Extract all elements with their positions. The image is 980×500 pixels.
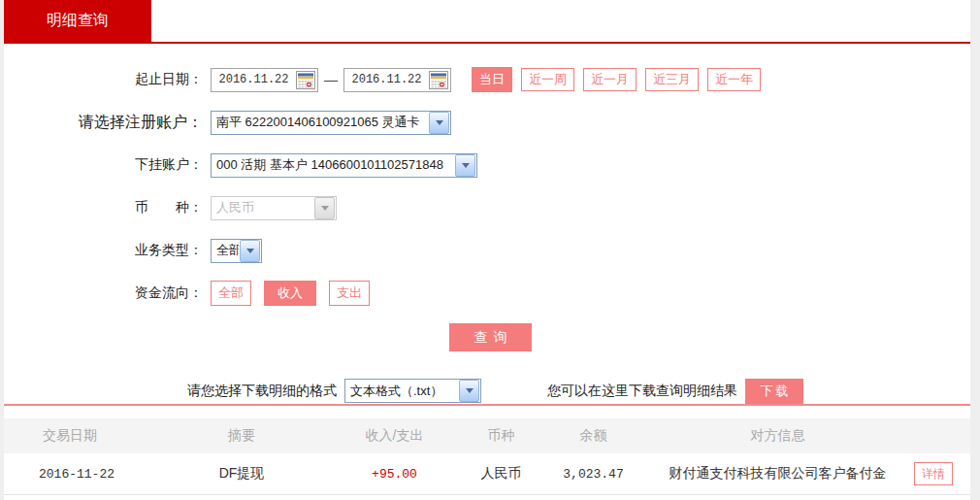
chevron-down-icon xyxy=(240,240,260,262)
fund-flow-row: 资金流向： 全部 收入 支出 xyxy=(4,281,970,306)
fund-flow-label: 资金流向： xyxy=(4,284,203,302)
currency-row: 币 种： 人民币 xyxy=(4,195,970,220)
date-range-row: 起止日期： — xyxy=(4,67,970,92)
register-account-select[interactable]: 南平 6222001406100921065 灵通卡 xyxy=(211,111,451,135)
chevron-down-icon xyxy=(314,197,335,219)
tab-bar: 明细查询 xyxy=(4,0,970,44)
header-currency: 币种 xyxy=(474,427,528,445)
fund-flow-expense-button[interactable]: 支出 xyxy=(329,281,370,306)
calendar-icon[interactable] xyxy=(296,71,315,89)
content-panel: 明细查询 起止日期： — xyxy=(4,0,970,500)
detail-button[interactable]: 详情 xyxy=(914,462,953,485)
query-row: 查询 xyxy=(4,323,970,351)
header-summary: 摘要 xyxy=(169,427,314,445)
cell-currency: 人民币 xyxy=(474,465,528,483)
register-account-label: 请选择注册账户： xyxy=(4,113,203,133)
fund-flow-income-button[interactable]: 收入 xyxy=(264,281,316,306)
date-to-field[interactable] xyxy=(343,68,451,92)
header-balance: 余额 xyxy=(528,427,659,445)
query-form: 起止日期： — xyxy=(4,44,970,404)
sub-account-value: 000 活期 基本户 1406600101102571848 xyxy=(212,156,454,174)
chevron-down-icon xyxy=(459,380,479,402)
sub-account-row: 下挂账户： 000 活期 基本户 1406600101102571848 xyxy=(4,152,970,178)
cell-summary: DF提现 xyxy=(169,465,314,483)
cell-date: 2016-11-22 xyxy=(4,467,169,482)
register-account-row: 请选择注册账户： 南平 6222001406100921065 灵通卡 xyxy=(4,110,970,135)
date-to-input[interactable] xyxy=(344,73,429,86)
download-row: 请您选择下载明细的格式 文本格式（.txt） 您可以在这里下载查询明细结果 下载 xyxy=(4,378,970,404)
cell-balance: 3,023.47 xyxy=(528,467,659,482)
cell-counterparty: 财付通支付科技有限公司客户备付金 xyxy=(659,465,897,483)
download-hint: 您可以在这里下载查询明细结果 xyxy=(547,383,737,400)
currency-select: 人民币 xyxy=(211,196,337,220)
business-type-label: 业务类型： xyxy=(4,242,203,259)
results-table: 交易日期 摘要 收入/支出 币种 余额 对方信息 2016-11-22 DF提现… xyxy=(4,418,970,495)
table-row: 2016-11-22 DF提现 +95.00 人民币 3,023.47 财付通支… xyxy=(4,453,970,495)
chevron-down-icon xyxy=(455,154,475,177)
query-button[interactable]: 查询 xyxy=(449,323,532,351)
chevron-down-icon xyxy=(429,112,449,134)
currency-label: 币 种： xyxy=(4,199,203,217)
business-type-value: 全部 xyxy=(212,242,239,259)
table-header: 交易日期 摘要 收入/支出 币种 余额 对方信息 xyxy=(4,418,970,453)
currency-value: 人民币 xyxy=(212,199,313,217)
business-type-select[interactable]: 全部 xyxy=(211,239,262,263)
header-counterparty: 对方信息 xyxy=(659,427,897,445)
date-separator: — xyxy=(324,72,338,87)
business-type-row: 业务类型： 全部 xyxy=(4,238,970,263)
header-amount: 收入/支出 xyxy=(314,427,474,445)
range-last-week-button[interactable]: 近一周 xyxy=(521,68,574,91)
date-from-input[interactable] xyxy=(212,73,296,86)
range-last-quarter-button[interactable]: 近三月 xyxy=(645,68,699,91)
date-from-field[interactable] xyxy=(211,68,318,92)
sub-account-select[interactable]: 000 活期 基本户 1406600101102571848 xyxy=(211,153,477,178)
download-format-select[interactable]: 文本格式（.txt） xyxy=(344,379,481,403)
range-today-button[interactable]: 当日 xyxy=(472,67,512,92)
download-format-label: 请您选择下载明细的格式 xyxy=(187,383,337,400)
download-format-value: 文本格式（.txt） xyxy=(345,383,458,400)
sub-account-label: 下挂账户： xyxy=(4,156,203,174)
calendar-icon[interactable] xyxy=(429,71,448,89)
divider-line xyxy=(4,404,970,406)
tab-detail-query[interactable]: 明细查询 xyxy=(4,0,151,42)
cell-amount: +95.00 xyxy=(314,467,474,482)
header-date: 交易日期 xyxy=(4,427,169,445)
range-last-year-button[interactable]: 近一年 xyxy=(707,68,761,91)
download-button[interactable]: 下载 xyxy=(745,379,803,404)
range-last-month-button[interactable]: 近一月 xyxy=(583,68,637,91)
register-account-value: 南平 6222001406100921065 灵通卡 xyxy=(212,114,428,131)
date-range-label: 起止日期： xyxy=(4,71,203,88)
fund-flow-all-button[interactable]: 全部 xyxy=(211,281,251,306)
